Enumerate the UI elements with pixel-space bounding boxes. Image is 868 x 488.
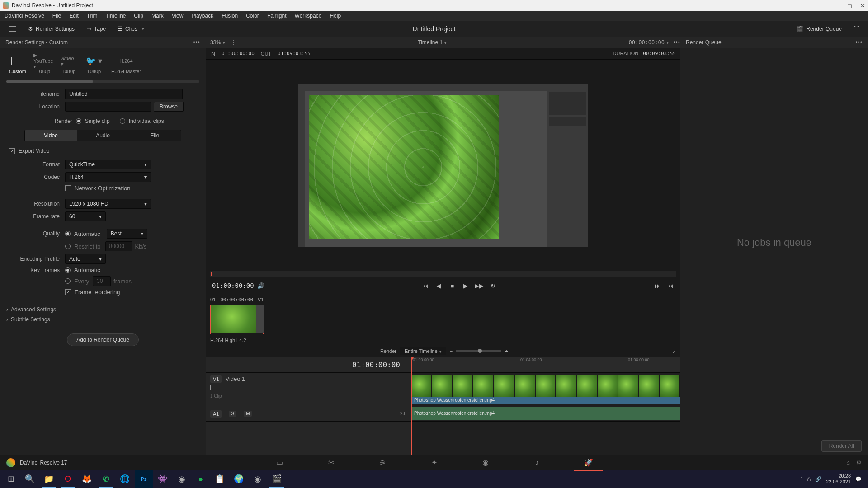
color-page-button[interactable]: ◉ bbox=[480, 457, 491, 468]
viewer-canvas[interactable] bbox=[298, 84, 588, 247]
whatsapp-icon[interactable]: ✆ bbox=[97, 470, 115, 488]
resolution-select[interactable]: 868 x 488 HD▾ bbox=[65, 199, 151, 209]
edit-page-button[interactable]: ⚞ bbox=[377, 457, 388, 468]
tab-audio[interactable]: Audio bbox=[77, 130, 129, 141]
home-button[interactable]: ⌂ bbox=[846, 459, 850, 466]
zoom-in-button[interactable]: + bbox=[505, 348, 508, 354]
restrict-radio[interactable] bbox=[65, 244, 71, 249]
render-queue-button[interactable]: 🎬 Render Queue bbox=[793, 24, 845, 34]
timeline-tracks[interactable]: 01:00:00:00 01:04:00:00 01:08:00:00 Phot… bbox=[411, 357, 680, 455]
video-track-header[interactable]: V1Video 1 1 Clip bbox=[206, 373, 411, 406]
prev-clip-button[interactable]: ⏮ bbox=[666, 282, 674, 290]
preset-youtube[interactable]: ▶ YouTube ▾1080p bbox=[35, 56, 52, 74]
expand-button[interactable]: ⛶ bbox=[850, 24, 863, 34]
quality-best-select[interactable]: Best▾ bbox=[107, 229, 147, 239]
audio-clip[interactable]: Photoshop Wassertropfen erstellen.mp4 bbox=[411, 407, 680, 420]
preset-scrollbar[interactable] bbox=[6, 80, 199, 83]
tray-network-icon[interactable]: 🔗 bbox=[815, 476, 821, 482]
subtitle-disclosure[interactable]: ›Subtitle Settings bbox=[6, 316, 199, 323]
close-button[interactable]: ✕ bbox=[860, 2, 865, 9]
maximize-button[interactable]: ◻ bbox=[847, 2, 852, 9]
keyframes-auto-radio[interactable] bbox=[65, 267, 71, 273]
audio-meter-icon[interactable]: ♪ bbox=[673, 348, 675, 354]
track-enable-icon[interactable] bbox=[210, 385, 217, 390]
viewer-menu-icon[interactable]: ••• bbox=[673, 39, 680, 46]
audio-track[interactable]: Photoshop Wassertropfen erstellen.mp4 bbox=[411, 406, 680, 422]
last-frame-button[interactable]: ⏭ bbox=[653, 282, 661, 290]
clock[interactable]: 20:2822.06.2021 bbox=[826, 473, 851, 485]
stop-button[interactable]: ■ bbox=[448, 282, 456, 290]
queue-menu-icon[interactable]: ••• bbox=[855, 39, 863, 46]
tape-button[interactable]: ▭ Tape bbox=[83, 24, 109, 34]
keyframes-every-radio[interactable] bbox=[65, 278, 71, 284]
project-settings-button[interactable]: ⚙ bbox=[856, 459, 862, 466]
prev-frame-button[interactable]: ◀ bbox=[434, 282, 443, 290]
search-button[interactable]: 🔍 bbox=[21, 470, 39, 488]
tab-video[interactable]: Video bbox=[25, 130, 77, 141]
frame-reorder-checkbox[interactable] bbox=[65, 289, 71, 295]
location-input[interactable] bbox=[65, 102, 151, 112]
preset-vimeo[interactable]: vimeo ▾1080p bbox=[61, 56, 77, 74]
format-select[interactable]: QuickTime▾ bbox=[65, 160, 151, 169]
advanced-disclosure[interactable]: ›Advanced Settings bbox=[6, 306, 199, 313]
timeline-view-icon[interactable]: ☰ bbox=[211, 348, 216, 354]
browse-button[interactable]: Browse bbox=[154, 102, 184, 112]
timeline-name-dropdown[interactable]: Timeline 1 bbox=[418, 39, 447, 46]
minimize-button[interactable]: — bbox=[833, 2, 839, 9]
deliver-icon[interactable] bbox=[5, 24, 20, 33]
menu-item[interactable]: Help bbox=[330, 13, 341, 19]
video-track[interactable]: Photoshop Wassertropfen erstellen.mp4 bbox=[411, 373, 680, 406]
mute-button[interactable]: M bbox=[244, 411, 252, 417]
timeline-timecode[interactable]: 00:00:00:00 bbox=[628, 39, 669, 46]
quality-auto-radio[interactable] bbox=[65, 231, 71, 236]
solo-button[interactable]: S bbox=[229, 411, 236, 417]
clip-thumbnail[interactable] bbox=[210, 305, 264, 334]
menu-item[interactable]: Playback bbox=[191, 13, 213, 19]
render-all-button[interactable]: Render All bbox=[821, 440, 862, 452]
chrome-icon[interactable]: 🌐 bbox=[116, 470, 134, 488]
clips-button[interactable]: ☰ Clips bbox=[114, 24, 148, 34]
menu-item[interactable]: Edit bbox=[69, 13, 79, 19]
panel-menu-icon[interactable]: ••• bbox=[193, 39, 200, 46]
play-button[interactable]: ▶ bbox=[462, 282, 470, 290]
app-icon-1[interactable]: ● bbox=[192, 470, 210, 488]
firefox-icon[interactable]: 🦊 bbox=[78, 470, 96, 488]
menu-item[interactable]: DaVinci Resolve bbox=[5, 13, 44, 19]
loop-button[interactable]: ↻ bbox=[489, 282, 497, 290]
preset-custom[interactable]: Custom bbox=[9, 56, 26, 74]
menu-item[interactable]: Mark bbox=[151, 13, 164, 19]
individual-clips-radio[interactable] bbox=[120, 118, 125, 124]
media-page-button[interactable]: ▭ bbox=[274, 457, 285, 468]
scrubber[interactable] bbox=[210, 271, 676, 277]
menu-item[interactable]: Workspace bbox=[295, 13, 322, 19]
single-clip-radio[interactable] bbox=[76, 118, 81, 124]
timeline-ruler[interactable]: 01:00:00:00 01:04:00:00 01:08:00:00 bbox=[411, 357, 680, 373]
playhead[interactable] bbox=[411, 357, 412, 455]
volume-icon[interactable]: 🔊 bbox=[257, 282, 265, 290]
framerate-select[interactable]: 60▾ bbox=[65, 211, 106, 221]
render-settings-button[interactable]: ⚙ Render Settings bbox=[24, 24, 78, 34]
preset-twitter[interactable]: 🐦 ▾1080p bbox=[86, 56, 102, 74]
export-video-checkbox[interactable] bbox=[9, 148, 15, 154]
start-button[interactable]: ⊞ bbox=[2, 470, 20, 488]
filename-input[interactable] bbox=[65, 89, 183, 99]
menu-item[interactable]: Timeline bbox=[105, 13, 126, 19]
explorer-icon[interactable]: 📁 bbox=[40, 470, 58, 488]
menu-item[interactable]: View bbox=[172, 13, 184, 19]
first-frame-button[interactable]: ⏮ bbox=[421, 282, 429, 290]
app-icon-3[interactable]: 🌍 bbox=[230, 470, 248, 488]
fairlight-page-button[interactable]: ♪ bbox=[532, 457, 542, 468]
app-icon-2[interactable]: 📋 bbox=[211, 470, 229, 488]
deliver-page-button[interactable]: 🚀 bbox=[583, 457, 594, 468]
tray-usb-icon[interactable]: ⎙ bbox=[807, 476, 811, 482]
obs-icon[interactable]: ◉ bbox=[249, 470, 267, 488]
audio-track-header[interactable]: A1 S M 2.0 bbox=[206, 406, 411, 422]
steam-icon[interactable]: ◉ bbox=[173, 470, 191, 488]
fusion-page-button[interactable]: ✦ bbox=[429, 457, 439, 468]
encoding-select[interactable]: Auto▾ bbox=[65, 254, 106, 264]
menu-item[interactable]: Fairlight bbox=[267, 13, 287, 19]
network-opt-checkbox[interactable] bbox=[65, 185, 71, 191]
menu-item[interactable]: File bbox=[52, 13, 61, 19]
menu-item[interactable]: Clip bbox=[134, 13, 143, 19]
preset-h264[interactable]: H.264H.264 Master bbox=[111, 56, 141, 74]
